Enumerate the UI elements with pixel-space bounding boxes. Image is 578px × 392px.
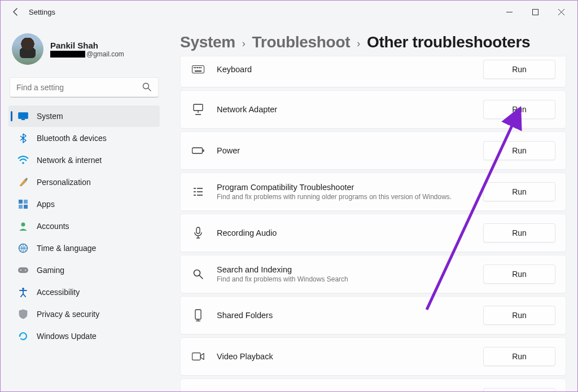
svg-line-3 — [148, 89, 151, 91]
sidebar-item-gaming[interactable]: Gaming — [8, 259, 160, 281]
sidebar-item-label: Gaming — [37, 266, 64, 275]
maximize-button[interactable] — [522, 3, 548, 20]
power-icon — [192, 144, 204, 157]
brush-icon — [17, 177, 29, 188]
shield-icon — [17, 309, 29, 320]
svg-point-11 — [21, 223, 25, 227]
svg-rect-13 — [18, 267, 28, 273]
svg-rect-19 — [195, 67, 196, 68]
search-input[interactable] — [10, 77, 159, 98]
apps-icon — [17, 199, 29, 210]
run-button[interactable]: Run — [483, 388, 555, 391]
user-email: @gmail.com — [50, 50, 124, 58]
sidebar: Pankil Shah @gmail.com SystemBluetooth &… — [1, 23, 168, 391]
troubleshooter-title: Power — [217, 146, 471, 155]
troubleshooter-card: Windows Store AppsRun — [180, 378, 566, 391]
svg-point-14 — [20, 270, 21, 271]
gamepad-icon — [17, 265, 29, 276]
sidebar-item-label: Personalization — [37, 178, 91, 187]
svg-rect-1 — [532, 9, 538, 15]
wifi-icon — [17, 155, 29, 166]
sidebar-item-time-language[interactable]: Time & language — [8, 237, 160, 259]
keyboard-icon — [192, 63, 204, 76]
arrow-left-icon — [11, 7, 20, 16]
run-button[interactable]: Run — [483, 265, 555, 284]
breadcrumb-current: Other troubleshooters — [367, 33, 530, 51]
svg-rect-17 — [192, 66, 204, 73]
svg-rect-33 — [196, 227, 200, 234]
video-icon — [192, 350, 204, 363]
svg-rect-7 — [19, 200, 23, 204]
svg-rect-4 — [19, 113, 28, 119]
avatar — [12, 33, 43, 65]
troubleshooter-title: Recording Audio — [217, 228, 471, 237]
svg-rect-36 — [195, 310, 201, 319]
sidebar-item-personalization[interactable]: Personalization — [8, 171, 160, 193]
troubleshooter-card: Recording AudioRun — [180, 214, 566, 252]
profile-block[interactable]: Pankil Shah @gmail.com — [7, 29, 161, 73]
troubleshooter-sub: Find and fix problems with Windows Searc… — [217, 275, 471, 283]
network-adapter-icon — [192, 103, 204, 116]
chevron-right-icon: › — [357, 36, 360, 50]
sidebar-item-bluetooth-devices[interactable]: Bluetooth & devices — [8, 127, 160, 149]
svg-rect-26 — [203, 149, 204, 152]
globe-clock-icon — [17, 243, 29, 254]
run-button[interactable]: Run — [483, 347, 555, 366]
sidebar-item-system[interactable]: System — [8, 105, 160, 127]
run-button[interactable]: Run — [483, 182, 555, 201]
accessibility-icon — [17, 287, 29, 298]
titlebar: Settings — [1, 1, 577, 23]
minimize-button[interactable] — [496, 3, 522, 20]
person-icon — [17, 221, 29, 232]
nav-list: SystemBluetooth & devicesNetwork & inter… — [7, 105, 161, 347]
sidebar-item-label: Privacy & security — [37, 310, 99, 319]
svg-rect-8 — [24, 200, 28, 204]
run-button[interactable]: Run — [483, 100, 555, 119]
back-button[interactable] — [7, 3, 24, 20]
app-title: Settings — [29, 8, 55, 16]
svg-rect-21 — [199, 67, 200, 68]
run-button[interactable]: Run — [483, 60, 555, 79]
user-name: Pankil Shah — [50, 41, 124, 50]
main-content: System › Troubleshoot › Other troublesho… — [168, 23, 577, 391]
troubleshooter-card: Search and IndexingFind and fix problems… — [180, 255, 566, 293]
svg-rect-20 — [197, 67, 198, 68]
sidebar-item-label: Time & language — [37, 244, 96, 253]
sidebar-item-label: Apps — [37, 200, 55, 209]
search-box — [10, 77, 159, 98]
close-button[interactable] — [548, 3, 574, 20]
sidebar-item-accessibility[interactable]: Accessibility — [8, 281, 160, 303]
breadcrumb: System › Troubleshoot › Other troublesho… — [180, 33, 566, 51]
sidebar-item-privacy-security[interactable]: Privacy & security — [8, 303, 160, 325]
sidebar-item-apps[interactable]: Apps — [8, 193, 160, 215]
svg-point-34 — [194, 270, 200, 276]
run-button[interactable]: Run — [483, 223, 555, 243]
svg-line-35 — [200, 276, 203, 279]
troubleshooter-card: Video PlaybackRun — [180, 337, 566, 376]
breadcrumb-link-troubleshoot[interactable]: Troubleshoot — [252, 33, 351, 51]
close-icon — [558, 9, 564, 15]
minimize-icon — [506, 9, 513, 15]
svg-rect-22 — [200, 67, 202, 68]
search-icon — [142, 82, 152, 92]
troubleshooter-title: Keyboard — [217, 65, 471, 74]
troubleshooter-card: PowerRun — [180, 131, 566, 170]
update-icon — [17, 331, 29, 342]
run-button[interactable]: Run — [483, 306, 555, 325]
mic-icon — [192, 227, 204, 239]
search-index-icon — [192, 268, 204, 280]
svg-rect-5 — [21, 119, 25, 120]
run-button[interactable]: Run — [483, 141, 555, 160]
sidebar-item-accounts[interactable]: Accounts — [8, 215, 160, 237]
troubleshooter-card: Shared FoldersRun — [180, 296, 566, 334]
troubleshooter-title: Shared Folders — [217, 311, 471, 320]
svg-point-6 — [22, 162, 24, 164]
sidebar-item-network-internet[interactable]: Network & internet — [8, 149, 160, 171]
breadcrumb-link-system[interactable]: System — [180, 33, 235, 51]
troubleshooter-card: KeyboardRun — [180, 56, 566, 87]
svg-point-16 — [22, 288, 24, 290]
svg-rect-25 — [192, 148, 203, 153]
troubleshooter-title: Search and Indexing — [217, 265, 471, 274]
sidebar-item-windows-update[interactable]: Windows Update — [8, 325, 160, 347]
svg-rect-39 — [192, 353, 200, 360]
